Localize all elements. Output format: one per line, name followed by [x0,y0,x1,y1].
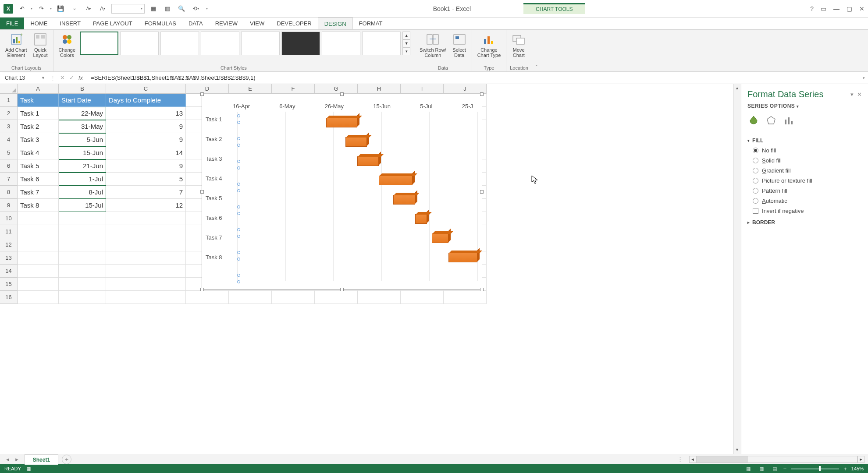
scroll-up-button[interactable]: ▲ [733,84,741,92]
qa-icon-2[interactable]: ▥ [162,4,173,14]
cell[interactable] [18,251,59,265]
chart-bar[interactable] [345,137,367,147]
series-options-tab-icon[interactable] [783,114,795,127]
tab-design[interactable]: DESIGN [318,18,353,29]
cell[interactable]: 1-Jul [59,173,106,186]
cell[interactable] [106,238,186,251]
cell[interactable] [59,291,106,304]
zoom-in-button[interactable]: + [843,466,847,472]
add-chart-element-button[interactable]: + Add Chart Element [4,32,29,59]
radio-picture-fill[interactable]: Picture or texture fill [753,177,862,184]
cell[interactable] [106,251,186,265]
row-header[interactable]: 4 [0,133,18,146]
fill-section-header[interactable]: ▾FILL [747,138,862,144]
sheet-nav-next[interactable]: ► [14,457,19,462]
qa-dropdown[interactable]: ▾ [111,4,145,14]
radio-pattern-fill[interactable]: Pattern fill [753,187,862,194]
row-header[interactable]: 6 [0,159,18,173]
view-normal-button[interactable]: ▦ [744,465,753,472]
column-header-E[interactable]: E [229,84,272,94]
cell[interactable]: Task 5 [18,159,59,173]
add-sheet-button[interactable]: + [62,455,71,464]
cell[interactable]: 9 [106,159,186,173]
embedded-chart[interactable]: 16-Apr6-May26-May15-Jun5-Jul25-J Task 1T… [202,94,482,290]
cell[interactable] [59,238,106,251]
chart-bar[interactable] [448,253,477,262]
ribbon-display-button[interactable]: ▭ [821,5,826,12]
radio-no-fill[interactable]: No fill [753,147,862,154]
radio-gradient-fill[interactable]: Gradient fill [753,167,862,174]
column-header-I[interactable]: I [401,84,444,94]
cell[interactable]: Days to Complete [106,94,186,107]
column-header-D[interactable]: D [186,84,229,94]
row-header[interactable]: 2 [0,107,18,120]
cell[interactable]: 15-Jul [59,199,106,212]
cell[interactable] [18,238,59,251]
chart-style-1[interactable] [80,32,118,55]
row-header[interactable]: 11 [0,225,18,238]
row-header[interactable]: 3 [0,120,18,133]
cell[interactable]: Task 2 [18,120,59,133]
chart-style-4[interactable] [201,32,239,55]
save-button[interactable]: 💾 [55,4,66,14]
horizontal-scrollbar[interactable]: ◄ ► [689,456,864,463]
change-chart-type-button[interactable]: Change Chart Type [476,32,503,59]
macro-record-icon[interactable]: ▦ [26,466,31,472]
row-header[interactable]: 5 [0,146,18,159]
row-header[interactable]: 13 [0,251,18,265]
undo-button[interactable]: ↶ [17,4,27,14]
quick-layout-button[interactable]: Quick Layout [32,32,50,59]
chart-style-6[interactable] [281,32,320,55]
row-header[interactable]: 10 [0,212,18,225]
tab-home[interactable]: HOME [24,18,53,29]
column-header-G[interactable]: G [315,84,358,94]
tab-format[interactable]: FORMAT [353,18,389,29]
chart-style-8[interactable] [362,32,401,55]
formula-bar-expand-button[interactable]: ▾ [859,76,868,80]
maximize-button[interactable]: ▢ [847,5,852,12]
cell[interactable]: 7 [106,186,186,199]
cell[interactable]: Task 6 [18,173,59,186]
move-chart-button[interactable]: Move Chart [510,32,527,59]
column-header-A[interactable]: A [18,84,59,94]
chart-style-7[interactable] [322,32,360,55]
cell[interactable]: 8-Jul [59,186,106,199]
row-header[interactable]: 12 [0,238,18,251]
radio-solid-fill[interactable]: Solid fill [753,157,862,164]
cell[interactable] [229,291,272,304]
cell[interactable] [272,291,315,304]
row-header[interactable]: 15 [0,278,18,291]
change-colors-button[interactable]: Change Colors [57,32,78,59]
name-box[interactable]: Chart 13 ▼ [2,73,48,83]
formula-input[interactable]: =SERIES(Sheet1!$B$1,Sheet1!$A$2:$A$9,She… [87,74,859,81]
ribbon-collapse-button[interactable]: ˆ [532,30,541,71]
cell[interactable]: 12 [106,199,186,212]
cell[interactable]: 13 [106,107,186,120]
cell[interactable]: Task 4 [18,146,59,159]
cell[interactable] [106,212,186,225]
font-smaller-button[interactable]: A▾ [83,4,94,14]
radio-automatic[interactable]: Automatic [753,198,862,204]
column-header-F[interactable]: F [272,84,315,94]
cell[interactable] [18,212,59,225]
qa-icon-4[interactable]: ⟲▾ [190,4,201,14]
worksheet-grid[interactable]: A B C D E F G H I J 1TaskStart DateDays … [0,84,733,454]
chart-style-2[interactable] [120,32,159,55]
tab-data[interactable]: DATA [182,18,209,29]
cell[interactable]: 31-May [59,120,106,133]
scroll-down-button[interactable]: ▼ [733,446,741,454]
zoom-slider[interactable] [791,468,839,469]
row-header[interactable]: 16 [0,291,18,304]
tab-developer[interactable]: DEVELOPER [270,18,317,29]
qa-icon-3[interactable]: 🔍 [176,4,187,14]
cell[interactable] [401,291,444,304]
name-box-dropdown-icon[interactable]: ▼ [41,76,45,80]
chart-bar[interactable] [326,118,357,127]
switch-row-column-button[interactable]: Switch Row/ Column [418,32,448,59]
insert-function-button[interactable]: fx [78,74,83,81]
cell[interactable] [106,278,186,291]
cell[interactable]: 21-Jun [59,159,106,173]
fill-line-tab-icon[interactable] [747,114,760,127]
cell[interactable]: 9 [106,133,186,146]
tab-page-layout[interactable]: PAGE LAYOUT [87,18,139,29]
